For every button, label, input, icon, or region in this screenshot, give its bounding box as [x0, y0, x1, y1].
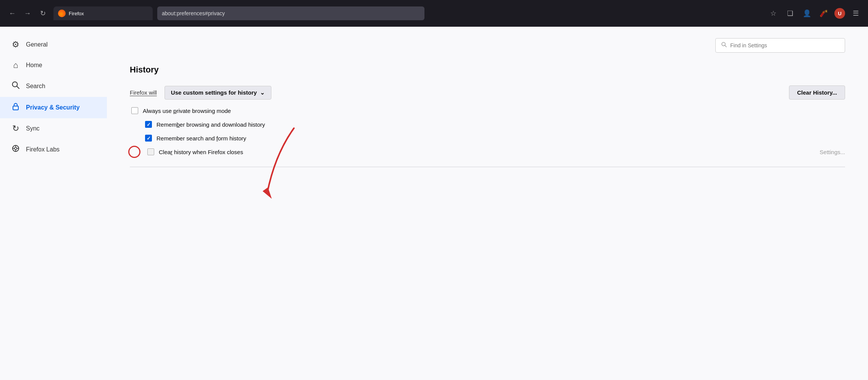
clear-history-close-checkbox[interactable] [147, 148, 154, 155]
history-section-title: History [130, 65, 845, 75]
sidebar-item-privacy[interactable]: Privacy & Security [0, 97, 107, 118]
clear-history-settings-link[interactable]: Settings... [820, 149, 845, 155]
sidebar-label-firefox-labs: Firefox Labs [26, 146, 60, 153]
always-private-row: Always use private browsing mode [130, 107, 845, 114]
clear-history-close-row: Clear history when Firefox closes Settin… [130, 148, 845, 155]
firefox-will-label: Firefox will [130, 89, 157, 96]
forward-button[interactable]: → [21, 7, 34, 19]
red-circle-annotation [128, 146, 140, 158]
sidebar-item-sync[interactable]: ↻ Sync [0, 118, 107, 139]
svg-line-10 [725, 45, 726, 47]
always-private-checkbox[interactable] [131, 107, 138, 114]
sidebar-item-general[interactable]: ⚙ General [0, 34, 107, 55]
ublock-icon[interactable]: U [834, 8, 845, 19]
remember-browsing-label: Remember browsing and download history [156, 121, 265, 128]
clear-history-close-label: Clear history when Firefox closes [159, 149, 243, 155]
always-private-label: Always use private browsing mode [143, 108, 231, 114]
clear-history-button[interactable]: Clear History... [789, 85, 845, 100]
remember-search-checkbox[interactable] [145, 135, 152, 142]
back-button[interactable]: ← [6, 7, 18, 19]
history-mode-dropdown[interactable]: Use custom settings for history ⌄ [165, 86, 271, 100]
tab-title: Firefox [69, 11, 84, 16]
find-search-icon [721, 42, 727, 49]
menu-icon[interactable]: ☰ [850, 7, 862, 19]
remember-browsing-row: Remember browsing and download history [130, 121, 845, 128]
address-text: about:preferences#privacy [162, 10, 225, 16]
sync-icon: ↻ [11, 124, 21, 134]
svg-marker-11 [263, 187, 272, 199]
account-icon[interactable]: 👤 [801, 7, 813, 19]
sidebar-label-home: Home [26, 62, 42, 69]
sidebar-label-sync: Sync [26, 125, 40, 132]
labs-icon [11, 144, 21, 155]
chevron-down-icon: ⌄ [260, 89, 265, 96]
firefox-logo-icon [58, 10, 66, 17]
home-icon: ⌂ [11, 60, 21, 70]
address-bar[interactable]: about:preferences#privacy [157, 6, 424, 20]
sidebar-item-search[interactable]: Search [0, 76, 107, 97]
remember-search-row: Remember search and form history [130, 135, 845, 142]
sidebar: ⚙ General ⌂ Home Search Privacy [0, 27, 107, 380]
svg-line-1 [17, 86, 19, 89]
svg-point-4 [15, 147, 17, 150]
nav-buttons: ← → ↻ [6, 7, 49, 19]
remember-browsing-checkbox[interactable] [145, 121, 152, 128]
main-content: History Firefox will Use custom settings… [107, 27, 868, 380]
sidebar-label-search: Search [26, 83, 45, 90]
extensions-icon[interactable]: 🧨 [818, 7, 830, 19]
svg-rect-2 [13, 106, 18, 110]
toolbar-icons: ☆ ❏ 👤 🧨 U ☰ [767, 7, 862, 19]
tab-bar: Firefox [53, 6, 153, 20]
sidebar-item-home[interactable]: ⌂ Home [0, 55, 107, 76]
bookmark-icon[interactable]: ☆ [767, 7, 779, 19]
sidebar-label-general: General [26, 41, 48, 48]
find-in-settings-bar[interactable] [715, 38, 845, 53]
reload-button[interactable]: ↻ [37, 7, 49, 19]
history-section: History Firefox will Use custom settings… [130, 65, 845, 155]
history-dropdown-label: Use custom settings for history [171, 89, 257, 96]
page: ⚙ General ⌂ Home Search Privacy [0, 27, 868, 380]
section-divider [130, 167, 845, 167]
sidebar-label-privacy: Privacy & Security [26, 104, 80, 111]
remember-search-label: Remember search and form history [156, 135, 246, 142]
pocket-icon[interactable]: ❏ [784, 7, 796, 19]
search-icon [11, 81, 21, 92]
gear-icon: ⚙ [11, 40, 21, 50]
sidebar-item-firefox-labs[interactable]: Firefox Labs [0, 139, 107, 160]
history-options: Always use private browsing mode Remembe… [130, 107, 845, 155]
find-in-settings-input[interactable] [730, 42, 839, 48]
browser-chrome: ← → ↻ Firefox about:preferences#privacy … [0, 0, 868, 27]
firefox-will-row: Firefox will Use custom settings for his… [130, 85, 845, 100]
lock-icon [11, 102, 21, 113]
